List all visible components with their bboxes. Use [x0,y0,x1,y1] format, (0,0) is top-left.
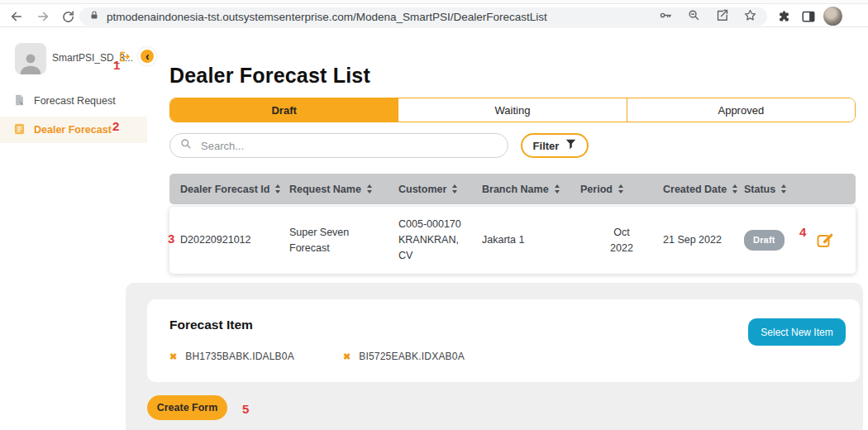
sort-icon [555,184,560,194]
filter-button-label: Filter [533,140,560,152]
column-header[interactable]: Branch Name [482,184,580,195]
forecast-item-card: Forecast Item Select New Item ✖ BH1735BA… [147,299,860,382]
screen: ptmodenaindonesia-tst.outsystemsenterpri… [0,0,868,430]
annotation-4: 4 [799,225,806,239]
forecast-item-title: Forecast Item [169,318,253,332]
tab-waiting[interactable]: Waiting [398,98,626,122]
cell-branch-name: Jakarta 1 [482,232,580,248]
column-header[interactable]: Created Date [663,184,744,195]
create-form-button[interactable]: Create Form [147,395,227,420]
cell-dealer-forecast-id: D20220921012 [169,232,289,248]
annotation-3: 3 [168,232,174,246]
annotation-2: 2 [112,119,119,133]
sort-icon [781,184,786,194]
cell-request-name: Super Seven Forecast [289,225,398,256]
table-header: Dealer Forecast Id Request Name Customer… [169,174,856,204]
item-code-label: BI5725EABK.IDXAB0A [359,351,465,362]
annotation-5: 5 [242,402,249,416]
dealer-forecast-icon [13,122,26,138]
search-input[interactable] [199,139,480,153]
search-icon [180,138,192,153]
filter-button[interactable]: Filter [521,133,589,158]
forecast-item-panel: Forecast Item Select New Item ✖ BH1735BA… [126,283,863,430]
status-tabs: Draft Waiting Approved [169,98,856,122]
bookmark-star-icon[interactable] [743,8,757,26]
sort-icon [452,184,457,194]
browser-tabstrip [0,0,868,4]
main-content: Dealer Forecast List Draft Waiting Appro… [147,27,868,283]
select-new-item-button[interactable]: Select New Item [748,318,846,346]
cell-customer: C005-000170 KRANKRAN, CV [398,217,482,263]
page-title: Dealer Forecast List [169,64,370,88]
column-header[interactable]: Period [580,184,663,195]
sort-icon [275,184,280,194]
cell-status: Draft [744,230,804,251]
search-box [169,133,508,158]
sidebar-item-forecast-request[interactable]: Forecast Request [0,88,147,113]
sidebar-item-label: Dealer Forecast [34,124,112,136]
edit-icon[interactable] [815,231,834,250]
filter-funnel-icon [565,139,576,152]
remove-item-icon[interactable]: ✖ [343,351,351,362]
list-item: ✖ BI5725EABK.IDXAB0A [343,351,517,362]
column-header[interactable]: Request Name [289,184,398,195]
sidebar-collapse-button[interactable]: ‹ [138,47,156,65]
sidebar-item-label: Forecast Request [34,95,116,107]
tab-draft[interactable]: Draft [170,98,398,122]
lock-icon [89,9,99,24]
key-icon[interactable] [659,8,673,26]
forward-icon[interactable] [35,8,51,25]
back-icon[interactable] [8,8,25,25]
reload-icon[interactable] [60,8,76,25]
user-avatar [15,43,46,74]
column-header[interactable]: Dealer Forecast Id [169,184,289,195]
table-row[interactable]: D20220921012 Super Seven Forecast C005-0… [169,207,856,274]
column-header[interactable]: Status [744,184,804,195]
browser-profile-avatar[interactable] [823,7,842,26]
sidebar-item-dealer-forecast[interactable]: Dealer Forecast [0,117,147,143]
tab-approved[interactable]: Approved [627,98,855,122]
address-bar[interactable]: ptmodenaindonesia-tst.outsystemsenterpri… [79,7,767,26]
side-panel-icon[interactable] [800,8,817,25]
cell-period: Oct 2022 [580,225,663,256]
browser-toolbar: ptmodenaindonesia-tst.outsystemsenterpri… [0,5,868,27]
list-item: ✖ BH1735BABK.IDALB0A [169,351,343,362]
url-text: ptmodenaindonesia-tst.outsystemsenterpri… [107,11,547,23]
cell-created-date: 21 Sep 2022 [663,232,744,248]
annotation-1: 1 [113,58,120,72]
sort-icon [618,184,623,194]
sort-icon [367,184,372,194]
remove-item-icon[interactable]: ✖ [169,351,177,362]
zoom-out-icon[interactable] [687,8,701,26]
status-badge: Draft [744,230,785,251]
cell-actions [804,231,856,250]
forecast-request-icon [13,93,26,109]
share-icon[interactable] [715,8,729,26]
item-code-label: BH1735BABK.IDALB0A [185,351,294,362]
forecast-items-list: ✖ BH1735BABK.IDALB0A ✖ BI5725EABK.IDXAB0… [169,351,517,362]
column-header[interactable]: Customer [398,184,482,195]
sort-icon [732,184,737,194]
extensions-puzzle-icon[interactable] [775,8,792,25]
